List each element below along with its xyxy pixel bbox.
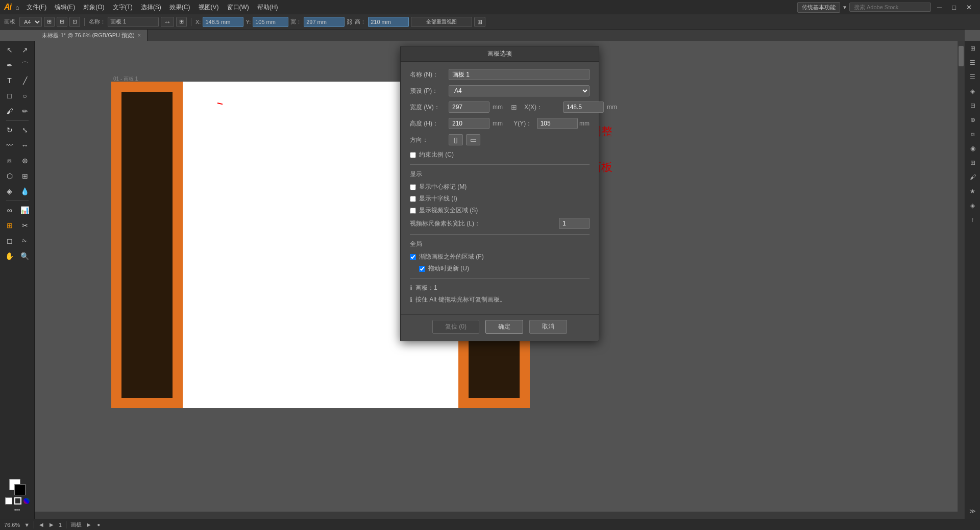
zoom-tool[interactable]: 🔍 (18, 249, 32, 263)
mesh-tool[interactable]: ⊞ (18, 169, 32, 183)
color-swatch-stack[interactable] (9, 479, 26, 495)
close-button[interactable]: ✕ (962, 3, 976, 12)
menu-object[interactable]: 对象(O) (79, 1, 108, 14)
scrollbar-thumb[interactable] (959, 46, 964, 66)
all-artboards-btn[interactable]: 全部重置视图 (411, 17, 472, 27)
menu-window[interactable]: 窗口(W) (223, 1, 253, 14)
landscape-btn[interactable]: ▭ (466, 134, 480, 145)
paintbrush-tool[interactable]: 🖌 (3, 104, 17, 118)
swatches-btn[interactable]: ⊞ (967, 157, 978, 168)
play-btn[interactable]: ▶ (86, 522, 92, 527)
extra-tools-btn[interactable]: ••• (14, 507, 20, 513)
perspective-tool[interactable]: ⬡ (3, 169, 17, 183)
x-field[interactable] (563, 102, 604, 113)
fit-view-btn[interactable]: ⊞ (474, 17, 485, 27)
bar-graph-tool[interactable]: 📊 (18, 203, 32, 217)
workspace-dropdown-icon[interactable]: ▼ (842, 5, 847, 10)
gradient-tool[interactable]: ◈ (3, 184, 17, 198)
warp-tool[interactable]: 〰 (3, 138, 17, 153)
height-field[interactable] (449, 118, 489, 129)
line-tool[interactable]: ╱ (18, 73, 32, 88)
align-btn[interactable]: ⊟ (967, 100, 978, 111)
artboard-arrange-btn[interactable]: ⊟ (57, 17, 67, 27)
properties-btn[interactable]: ⊞ (967, 43, 978, 54)
width-field[interactable] (449, 102, 489, 113)
free-transform-tool[interactable]: ⧈ (3, 154, 17, 168)
pixel-ratio-field[interactable] (559, 218, 590, 229)
preset-dropdown[interactable]: A4 (449, 85, 590, 96)
show-video-checkbox[interactable] (410, 208, 416, 214)
show-center-checkbox[interactable] (410, 184, 416, 190)
x-input[interactable] (203, 17, 243, 27)
background-color-swatch[interactable] (14, 484, 26, 495)
eyedropper-tool[interactable]: 💧 (18, 184, 32, 198)
slice-tool[interactable]: ✂ (18, 218, 32, 233)
direct-selection-tool[interactable]: ↗ (18, 43, 32, 57)
horizontal-scrollbar[interactable] (35, 512, 958, 519)
expand-panels-btn[interactable]: ≫ (967, 506, 978, 517)
eraser-tool[interactable]: ◻ (3, 234, 17, 248)
asset-export-btn[interactable]: ↑ (967, 214, 978, 225)
w-input[interactable] (304, 17, 345, 27)
menu-file[interactable]: 文件(F) (22, 1, 51, 14)
y-field[interactable] (537, 118, 578, 129)
width-tool[interactable]: ↔ (18, 138, 32, 153)
artboard-name-field[interactable] (449, 69, 590, 80)
prev-artboard-btn[interactable]: ◀ (38, 522, 44, 527)
menu-view[interactable]: 视图(V) (194, 1, 223, 14)
symbols-btn[interactable]: ★ (967, 186, 978, 197)
fill-box[interactable] (5, 497, 12, 504)
pencil-tool[interactable]: ✏ (18, 104, 32, 118)
artboard-tool[interactable]: ⊞ (3, 218, 17, 233)
rotate-tool[interactable]: ↻ (3, 123, 17, 137)
update-on-move-checkbox[interactable] (419, 266, 425, 272)
next-artboard-btn[interactable]: ▶ (48, 522, 55, 527)
artboard-options-btn[interactable]: ⊞ (44, 17, 55, 27)
move-tool-btn[interactable]: ↔ (161, 17, 174, 27)
document-tab[interactable]: 未标题-1* @ 76.6% (RGB/GPU 预览) × (36, 30, 148, 41)
blend-tool[interactable]: ∞ (3, 203, 17, 217)
zoom-dropdown-icon[interactable]: ▼ (24, 522, 30, 528)
menu-select[interactable]: 选择(S) (137, 1, 165, 14)
appearance-btn[interactable]: ◈ (967, 86, 978, 97)
hand-tool[interactable]: ✋ (3, 249, 17, 263)
tab-close-btn[interactable]: × (138, 33, 141, 38)
preset-select[interactable]: A4 (19, 17, 42, 27)
graphic-styles-btn[interactable]: ◈ (967, 200, 978, 211)
menu-edit[interactable]: 编辑(E) (51, 1, 79, 14)
scale-tool[interactable]: ⤡ (18, 123, 32, 137)
rect-tool[interactable]: □ (3, 89, 17, 103)
menu-text[interactable]: 文字(T) (109, 1, 137, 14)
scissors-tool[interactable]: ✁ (18, 234, 32, 248)
constrain-checkbox[interactable] (410, 152, 416, 158)
record-btn[interactable]: ● (96, 522, 101, 527)
minimize-button[interactable]: ─ (933, 3, 946, 12)
selection-tool[interactable]: ↖ (3, 43, 17, 57)
curvature-tool[interactable]: ⌒ (18, 58, 32, 72)
pen-tool[interactable]: ✒ (3, 58, 17, 72)
show-cross-checkbox[interactable] (410, 196, 416, 202)
libraries-btn[interactable]: ☰ (967, 57, 978, 68)
h-input[interactable] (368, 17, 409, 27)
cancel-button[interactable]: 取消 (529, 320, 567, 334)
artboard-fit-btn[interactable]: ⊡ (69, 17, 80, 27)
menu-effect[interactable]: 效果(C) (165, 1, 194, 14)
workspace-selector[interactable]: 传统基本功能 (797, 2, 840, 13)
reset-button[interactable]: 复位 (0) (432, 320, 479, 334)
y-input[interactable] (253, 17, 288, 27)
artboard-name-input[interactable] (108, 17, 159, 27)
ok-button[interactable]: 确定 (485, 320, 523, 334)
maximize-button[interactable]: □ (948, 3, 960, 12)
transform-panel-btn[interactable]: ⧈ (967, 129, 978, 140)
portrait-btn[interactable]: ▯ (449, 134, 463, 145)
brush-btn[interactable]: 🖌 (967, 171, 978, 183)
menu-help[interactable]: 帮助(H) (253, 1, 282, 14)
stock-search-input[interactable] (849, 3, 931, 12)
shape-builder-tool[interactable]: ⊕ (18, 154, 32, 168)
home-icon[interactable]: ⌂ (15, 4, 19, 11)
fade-outside-checkbox[interactable] (410, 254, 416, 260)
transform-btn[interactable]: ⊞ (176, 17, 187, 27)
color-btn[interactable]: ◉ (967, 143, 978, 154)
type-tool[interactable]: T (3, 73, 17, 88)
layers-btn[interactable]: ☰ (967, 71, 978, 83)
